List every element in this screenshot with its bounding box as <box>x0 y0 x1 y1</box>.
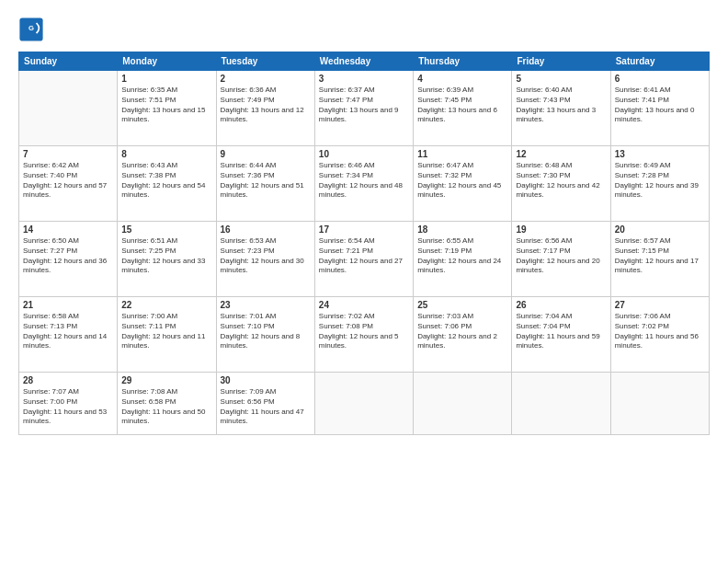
calendar-cell: 21Sunrise: 6:58 AMSunset: 7:13 PMDayligh… <box>19 297 118 373</box>
day-header-sunday: Sunday <box>19 52 118 71</box>
day-info: Sunrise: 6:53 AMSunset: 7:23 PMDaylight:… <box>221 236 311 276</box>
day-number: 30 <box>221 375 311 385</box>
day-number: 28 <box>23 375 113 385</box>
calendar-week-5: 28Sunrise: 7:07 AMSunset: 7:00 PMDayligh… <box>19 373 710 435</box>
calendar-cell: 18Sunrise: 6:55 AMSunset: 7:19 PMDayligh… <box>414 222 512 297</box>
day-info: Sunrise: 7:02 AMSunset: 7:08 PMDaylight:… <box>319 312 409 351</box>
calendar-cell <box>610 373 709 435</box>
calendar-cell: 30Sunrise: 7:09 AMSunset: 6:56 PMDayligh… <box>216 373 314 435</box>
day-number: 7 <box>23 149 113 159</box>
day-info: Sunrise: 6:43 AMSunset: 7:38 PMDaylight:… <box>121 161 211 201</box>
day-number: 1 <box>121 74 211 84</box>
day-header-wednesday: Wednesday <box>314 52 413 71</box>
day-number: 8 <box>121 149 211 159</box>
day-info: Sunrise: 7:09 AMSunset: 6:56 PMDaylight:… <box>221 387 311 427</box>
day-number: 27 <box>615 300 705 310</box>
day-number: 24 <box>319 300 409 310</box>
day-number: 6 <box>615 74 705 84</box>
calendar-cell: 9Sunrise: 6:44 AMSunset: 7:36 PMDaylight… <box>216 146 314 222</box>
calendar-cell: 25Sunrise: 7:03 AMSunset: 7:06 PMDayligh… <box>414 297 512 373</box>
calendar-cell: 2Sunrise: 6:36 AMSunset: 7:49 PMDaylight… <box>216 71 314 146</box>
day-info: Sunrise: 7:03 AMSunset: 7:06 PMDaylight:… <box>417 312 507 351</box>
day-number: 12 <box>516 149 606 159</box>
day-number: 29 <box>121 375 211 385</box>
calendar-cell: 23Sunrise: 7:01 AMSunset: 7:10 PMDayligh… <box>216 297 314 373</box>
calendar-cell <box>19 71 118 146</box>
day-info: Sunrise: 6:36 AMSunset: 7:49 PMDaylight:… <box>221 86 311 125</box>
day-info: Sunrise: 7:04 AMSunset: 7:04 PMDaylight:… <box>516 312 606 351</box>
calendar-cell: 6Sunrise: 6:41 AMSunset: 7:41 PMDaylight… <box>610 71 709 146</box>
day-number: 22 <box>121 300 211 310</box>
day-header-monday: Monday <box>118 52 216 71</box>
day-header-saturday: Saturday <box>610 52 709 71</box>
day-info: Sunrise: 6:42 AMSunset: 7:40 PMDaylight:… <box>23 161 113 201</box>
day-info: Sunrise: 6:55 AMSunset: 7:19 PMDaylight:… <box>417 236 507 276</box>
day-info: Sunrise: 6:57 AMSunset: 7:15 PMDaylight:… <box>615 236 705 276</box>
calendar-cell: 22Sunrise: 7:00 AMSunset: 7:11 PMDayligh… <box>118 297 216 373</box>
calendar-week-2: 7Sunrise: 6:42 AMSunset: 7:40 PMDaylight… <box>19 146 710 222</box>
calendar-cell: 17Sunrise: 6:54 AMSunset: 7:21 PMDayligh… <box>314 222 413 297</box>
calendar-cell <box>414 373 512 435</box>
day-number: 2 <box>221 74 311 84</box>
calendar-cell: 13Sunrise: 6:49 AMSunset: 7:28 PMDayligh… <box>610 146 709 222</box>
day-header-thursday: Thursday <box>414 52 512 71</box>
calendar-cell: 5Sunrise: 6:40 AMSunset: 7:43 PMDaylight… <box>512 71 610 146</box>
day-info: Sunrise: 6:35 AMSunset: 7:51 PMDaylight:… <box>121 86 211 125</box>
day-number: 19 <box>516 224 606 235</box>
calendar-cell: 10Sunrise: 6:46 AMSunset: 7:34 PMDayligh… <box>314 146 413 222</box>
day-number: 20 <box>615 224 705 235</box>
day-number: 9 <box>221 149 311 159</box>
day-info: Sunrise: 6:47 AMSunset: 7:32 PMDaylight:… <box>417 161 507 201</box>
day-header-tuesday: Tuesday <box>216 52 314 71</box>
day-number: 4 <box>417 74 507 84</box>
day-info: Sunrise: 6:56 AMSunset: 7:17 PMDaylight:… <box>516 236 606 276</box>
calendar-cell: 1Sunrise: 6:35 AMSunset: 7:51 PMDaylight… <box>118 71 216 146</box>
calendar-cell <box>314 373 413 435</box>
day-number: 13 <box>615 149 705 159</box>
calendar-table: SundayMondayTuesdayWednesdayThursdayFrid… <box>18 52 710 435</box>
calendar-cell: 14Sunrise: 6:50 AMSunset: 7:27 PMDayligh… <box>19 222 118 297</box>
day-number: 17 <box>319 224 409 235</box>
day-number: 18 <box>417 224 507 235</box>
calendar-cell: 27Sunrise: 7:06 AMSunset: 7:02 PMDayligh… <box>610 297 709 373</box>
day-info: Sunrise: 6:58 AMSunset: 7:13 PMDaylight:… <box>23 312 113 351</box>
day-info: Sunrise: 7:01 AMSunset: 7:10 PMDaylight:… <box>221 312 311 351</box>
calendar-week-4: 21Sunrise: 6:58 AMSunset: 7:13 PMDayligh… <box>19 297 710 373</box>
day-number: 15 <box>121 224 211 235</box>
day-info: Sunrise: 6:40 AMSunset: 7:43 PMDaylight:… <box>516 86 606 125</box>
day-info: Sunrise: 6:44 AMSunset: 7:36 PMDaylight:… <box>221 161 311 201</box>
calendar-cell: 19Sunrise: 6:56 AMSunset: 7:17 PMDayligh… <box>512 222 610 297</box>
day-number: 11 <box>417 149 507 159</box>
day-info: Sunrise: 7:00 AMSunset: 7:11 PMDaylight:… <box>121 312 211 351</box>
header: G <box>18 17 710 42</box>
day-info: Sunrise: 7:07 AMSunset: 7:00 PMDaylight:… <box>23 387 113 427</box>
day-info: Sunrise: 6:49 AMSunset: 7:28 PMDaylight:… <box>615 161 705 201</box>
calendar-cell: 15Sunrise: 6:51 AMSunset: 7:25 PMDayligh… <box>118 222 216 297</box>
day-number: 14 <box>23 224 113 235</box>
calendar-cell: 24Sunrise: 7:02 AMSunset: 7:08 PMDayligh… <box>314 297 413 373</box>
day-info: Sunrise: 7:06 AMSunset: 7:02 PMDaylight:… <box>615 312 705 351</box>
calendar-header-row: SundayMondayTuesdayWednesdayThursdayFrid… <box>19 52 710 71</box>
day-number: 5 <box>516 74 606 84</box>
calendar-week-3: 14Sunrise: 6:50 AMSunset: 7:27 PMDayligh… <box>19 222 710 297</box>
day-number: 21 <box>23 300 113 310</box>
day-info: Sunrise: 6:41 AMSunset: 7:41 PMDaylight:… <box>615 86 705 125</box>
calendar-cell: 4Sunrise: 6:39 AMSunset: 7:45 PMDaylight… <box>414 71 512 146</box>
logo-icon: G <box>18 17 44 42</box>
calendar-cell: 3Sunrise: 6:37 AMSunset: 7:47 PMDaylight… <box>314 71 413 146</box>
day-info: Sunrise: 6:48 AMSunset: 7:30 PMDaylight:… <box>516 161 606 201</box>
svg-text:G: G <box>28 24 34 32</box>
calendar-week-1: 1Sunrise: 6:35 AMSunset: 7:51 PMDaylight… <box>19 71 710 146</box>
day-info: Sunrise: 6:51 AMSunset: 7:25 PMDaylight:… <box>121 236 211 276</box>
day-info: Sunrise: 6:37 AMSunset: 7:47 PMDaylight:… <box>319 86 409 125</box>
day-header-friday: Friday <box>512 52 610 71</box>
logo: G <box>18 17 48 42</box>
calendar-cell: 8Sunrise: 6:43 AMSunset: 7:38 PMDaylight… <box>118 146 216 222</box>
day-number: 3 <box>319 74 409 84</box>
day-info: Sunrise: 6:39 AMSunset: 7:45 PMDaylight:… <box>417 86 507 125</box>
day-number: 16 <box>221 224 311 235</box>
calendar-cell <box>512 373 610 435</box>
calendar-cell: 16Sunrise: 6:53 AMSunset: 7:23 PMDayligh… <box>216 222 314 297</box>
day-info: Sunrise: 6:54 AMSunset: 7:21 PMDaylight:… <box>319 236 409 276</box>
calendar-cell: 20Sunrise: 6:57 AMSunset: 7:15 PMDayligh… <box>610 222 709 297</box>
